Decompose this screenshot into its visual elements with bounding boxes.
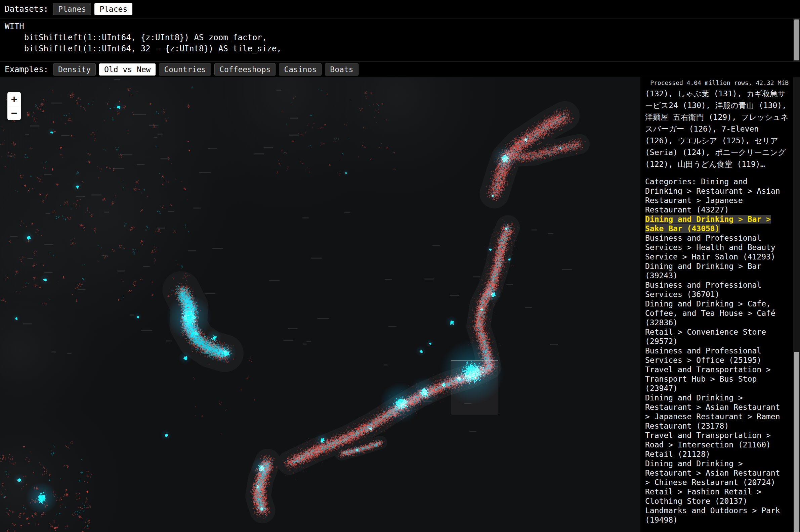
example-button-countries[interactable]: Countries bbox=[159, 63, 211, 76]
datasets-buttons: PlanesPlaces bbox=[53, 3, 132, 15]
category-link-selected[interactable]: Dining and Drinking > Bar > Sake Bar (43… bbox=[645, 215, 771, 233]
category-link[interactable]: Business and Professional Services > Off… bbox=[645, 346, 761, 364]
sql-editor[interactable]: WITH bitShiftLeft(1::UInt64, {z:UInt8}) … bbox=[0, 18, 800, 62]
category-item: Landmarks and Outdoors > Park (19498) bbox=[645, 506, 788, 525]
category-item: Dining and Drinking > Cafe, Coffee, and … bbox=[645, 299, 788, 327]
category-item: Business and Professional Services (3670… bbox=[645, 280, 788, 299]
category-item: Travel and Transportation > Road > Inter… bbox=[645, 431, 788, 450]
category-item: Dining and Drinking > Bar (39243) bbox=[645, 262, 788, 280]
zoom-in-button[interactable]: + bbox=[7, 92, 21, 106]
examples-label: Examples: bbox=[5, 65, 48, 74]
example-button-boats[interactable]: Boats bbox=[325, 63, 358, 76]
category-link[interactable]: Business and Professional Services > Hea… bbox=[645, 234, 776, 261]
category-link[interactable]: Dining and Drinking > Bar (39243) bbox=[645, 262, 761, 280]
categories-list: Categories: Dining and Drinking > Restau… bbox=[645, 177, 788, 525]
category-item: Retail > Fashion Retail > Clothing Store… bbox=[645, 487, 788, 506]
category-link[interactable]: Dining and Drinking > Restaurant > Asian… bbox=[645, 459, 780, 487]
category-item: Dining and Drinking > Bar > Sake Bar (43… bbox=[645, 214, 788, 233]
category-link[interactable]: Retail (21128) bbox=[645, 450, 710, 458]
category-link[interactable]: Retail > Fashion Retail > Clothing Store… bbox=[645, 487, 761, 506]
category-item: Business and Professional Services > Off… bbox=[645, 346, 788, 365]
map[interactable]: + − bbox=[0, 77, 640, 532]
category-item: Categories: Dining and Drinking > Restau… bbox=[645, 177, 788, 214]
category-link[interactable]: Travel and Transportation > Transport Hu… bbox=[645, 365, 771, 393]
examples-buttons: DensityOld vs NewCountriesCoffeeshopsCas… bbox=[53, 63, 359, 76]
brands-list[interactable]: (132), しゃぶ葉 (131), カギ救急サービス24 (130), 洋服の… bbox=[645, 88, 788, 170]
datasets-label: Datasets: bbox=[5, 4, 48, 14]
category-link[interactable]: Landmarks and Outdoors > Park (19498) bbox=[645, 506, 780, 524]
sql-scrollbar-thumb[interactable] bbox=[794, 19, 799, 60]
example-button-density[interactable]: Density bbox=[53, 63, 96, 76]
examples-bar: Examples: DensityOld vs NewCountriesCoff… bbox=[0, 62, 800, 77]
dataset-button-places[interactable]: Places bbox=[94, 3, 132, 15]
main-area: + − Processed 4.04 million rows, 42.32 M… bbox=[0, 77, 800, 532]
category-item: Retail (21128) bbox=[645, 450, 788, 459]
example-button-casinos[interactable]: Casinos bbox=[279, 63, 322, 76]
zoom-out-button[interactable]: − bbox=[7, 106, 21, 120]
sidebar-scrollbar[interactable] bbox=[793, 77, 800, 532]
sidebar-scrollbar-thumb[interactable] bbox=[794, 352, 799, 532]
category-link[interactable]: Travel and Transportation > Road > Inter… bbox=[645, 431, 771, 449]
example-button-old-vs-new[interactable]: Old vs New bbox=[99, 63, 156, 76]
category-link[interactable]: Dining and Drinking > Cafe, Coffee, and … bbox=[645, 299, 776, 327]
map-canvas[interactable] bbox=[0, 77, 640, 532]
sql-scrollbar[interactable] bbox=[793, 18, 800, 61]
example-button-coffeeshops[interactable]: Coffeeshops bbox=[214, 63, 275, 76]
categories-label: Categories: bbox=[645, 177, 701, 186]
category-item: Dining and Drinking > Restaurant > Asian… bbox=[645, 459, 788, 487]
category-link[interactable]: Dining and Drinking > Restaurant > Asian… bbox=[645, 393, 780, 430]
category-item: Dining and Drinking > Restaurant > Asian… bbox=[645, 393, 788, 431]
map-selection-box bbox=[451, 360, 498, 415]
sidebar: Processed 4.04 million rows, 42.32 MiB (… bbox=[640, 77, 793, 532]
category-item: Business and Professional Services > Hea… bbox=[645, 233, 788, 262]
app: Datasets: PlanesPlaces WITH bitShiftLeft… bbox=[0, 0, 800, 532]
category-link[interactable]: Business and Professional Services (3670… bbox=[645, 281, 761, 299]
category-item: Retail > Convenience Store (29572) bbox=[645, 327, 788, 346]
category-item: Travel and Transportation > Transport Hu… bbox=[645, 365, 788, 393]
category-link[interactable]: Retail > Convenience Store (29572) bbox=[645, 328, 766, 346]
datasets-bar: Datasets: PlanesPlaces bbox=[0, 0, 800, 18]
map-zoom-control: + − bbox=[7, 92, 21, 120]
dataset-button-planes[interactable]: Planes bbox=[53, 3, 91, 15]
status-text: Processed 4.04 million rows, 42.32 MiB bbox=[645, 78, 788, 87]
sql-query-text[interactable]: WITH bitShiftLeft(1::UInt64, {z:UInt8}) … bbox=[5, 21, 795, 54]
